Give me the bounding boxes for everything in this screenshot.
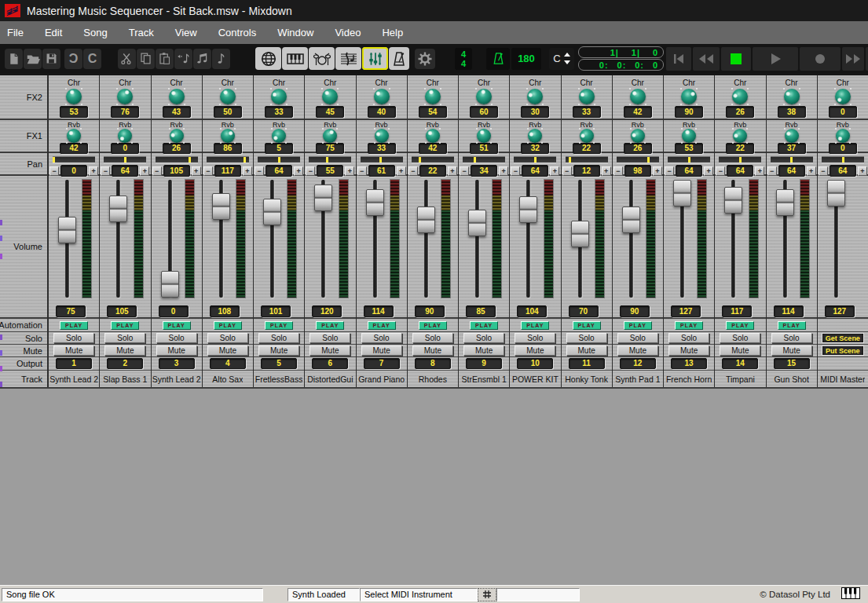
pan-decrement-button[interactable]: − [101, 166, 110, 176]
automation-play-button[interactable]: PLAY [573, 321, 601, 330]
automation-play-button[interactable]: PLAY [265, 321, 293, 330]
volume-fader-handle[interactable] [212, 193, 230, 220]
volume-fader-track[interactable] [424, 180, 428, 298]
mute-button[interactable]: Mute [515, 345, 555, 356]
volume-fader-handle[interactable] [468, 210, 486, 236]
save-button[interactable] [42, 49, 60, 69]
pan-increment-button[interactable]: + [448, 166, 457, 176]
fx1-knob[interactable] [477, 129, 491, 143]
volume-fader-handle[interactable] [622, 206, 640, 233]
menu-item-file[interactable]: File [7, 27, 24, 38]
automation-play-button[interactable]: PLAY [111, 321, 139, 330]
automation-play-button[interactable]: PLAY [470, 321, 498, 330]
pan-slider[interactable] [207, 156, 249, 163]
pan-decrement-button[interactable]: − [152, 166, 162, 176]
pan-increment-button[interactable]: + [192, 166, 201, 176]
pan-increment-button[interactable]: + [807, 166, 816, 176]
quantize-note-button[interactable] [174, 49, 192, 69]
volume-fader-track[interactable] [475, 180, 479, 298]
fx1-knob[interactable] [580, 129, 594, 143]
pan-decrement-button[interactable]: − [562, 166, 572, 176]
fast-forward-button[interactable] [842, 47, 864, 71]
skip-start-button[interactable] [666, 47, 691, 71]
pan-decrement-button[interactable]: − [357, 166, 367, 176]
automation-play-button[interactable]: PLAY [316, 321, 344, 330]
get-scene-button[interactable]: Get Scene [822, 333, 864, 343]
note-button[interactable] [212, 49, 230, 69]
pan-slider[interactable] [771, 156, 813, 163]
pan-decrement-button[interactable]: − [716, 166, 725, 176]
fx1-knob[interactable] [528, 129, 542, 143]
status-midi-field[interactable]: Select MIDI Instrument [360, 588, 478, 601]
fx1-knob[interactable] [631, 129, 645, 143]
copy-button[interactable] [137, 49, 155, 69]
volume-fader-handle[interactable] [109, 196, 127, 222]
play-button[interactable] [753, 47, 798, 71]
rewind-button[interactable] [693, 47, 720, 71]
pan-slider[interactable] [822, 156, 864, 163]
fx1-knob[interactable] [836, 129, 850, 143]
pan-slider[interactable] [104, 156, 146, 163]
pan-decrement-button[interactable]: − [767, 166, 777, 176]
volume-fader-handle[interactable] [776, 189, 794, 216]
mute-button[interactable]: Mute [771, 345, 812, 356]
pan-increment-button[interactable]: + [89, 166, 98, 176]
mute-button[interactable]: Mute [412, 345, 453, 356]
pan-increment-button[interactable]: + [653, 166, 662, 176]
automation-play-button[interactable]: PLAY [214, 321, 242, 330]
fx2-knob[interactable] [271, 89, 287, 104]
fx1-knob[interactable] [682, 129, 696, 143]
solo-button[interactable]: Solo [566, 333, 607, 343]
fx2-knob[interactable] [835, 89, 851, 104]
mute-button[interactable]: Mute [566, 345, 607, 356]
redo-button[interactable]: C [83, 49, 101, 69]
piano-keyboard-icon[interactable] [282, 47, 308, 70]
automation-play-button[interactable]: PLAY [521, 321, 549, 330]
fx2-knob[interactable] [630, 89, 646, 104]
fx2-knob[interactable] [322, 89, 338, 104]
pan-slider[interactable] [719, 156, 761, 163]
pan-decrement-button[interactable]: − [49, 166, 59, 176]
undo-button[interactable]: Ɔ [64, 49, 82, 69]
notation-icon[interactable] [335, 47, 361, 70]
pan-increment-button[interactable]: + [858, 166, 867, 176]
pan-increment-button[interactable]: + [397, 166, 406, 176]
pan-slider[interactable] [156, 156, 198, 163]
solo-button[interactable]: Solo [515, 333, 555, 343]
tempo-display[interactable]: 180 [511, 48, 541, 70]
fx2-knob[interactable] [681, 89, 697, 104]
open-file-button[interactable] [24, 49, 42, 69]
pan-increment-button[interactable]: + [294, 166, 303, 176]
volume-fader-handle[interactable] [417, 206, 435, 233]
stop-button[interactable] [721, 47, 751, 71]
solo-button[interactable]: Solo [617, 333, 658, 343]
chevron-down-icon[interactable] [564, 60, 570, 64]
menu-item-video[interactable]: Video [335, 27, 361, 38]
mute-button[interactable]: Mute [361, 345, 402, 356]
mute-button[interactable]: Mute [668, 345, 709, 356]
automation-play-button[interactable]: PLAY [163, 321, 191, 330]
pan-slider[interactable] [566, 156, 608, 163]
volume-fader-handle[interactable] [58, 217, 76, 243]
automation-play-button[interactable]: PLAY [419, 321, 447, 330]
mute-button[interactable]: Mute [104, 345, 145, 356]
new-file-button[interactable] [5, 49, 23, 69]
mute-button[interactable]: Mute [617, 345, 658, 356]
fx2-knob[interactable] [579, 89, 595, 104]
pan-decrement-button[interactable]: − [408, 166, 418, 176]
solo-button[interactable]: Solo [53, 333, 94, 343]
pan-increment-button[interactable]: + [704, 166, 713, 176]
solo-button[interactable]: Solo [104, 333, 145, 343]
pan-increment-button[interactable]: + [602, 166, 611, 176]
fx1-knob[interactable] [67, 129, 81, 143]
fx2-knob[interactable] [169, 89, 185, 104]
fx1-knob[interactable] [426, 129, 440, 143]
automation-play-button[interactable]: PLAY [60, 321, 88, 330]
fx2-knob[interactable] [374, 89, 390, 104]
fx2-knob[interactable] [117, 89, 133, 104]
solo-button[interactable]: Solo [156, 333, 197, 343]
menu-item-song[interactable]: Song [83, 27, 107, 38]
solo-button[interactable]: Solo [207, 333, 248, 343]
snap-grid-icon[interactable] [478, 588, 496, 601]
fx2-knob[interactable] [476, 89, 492, 104]
